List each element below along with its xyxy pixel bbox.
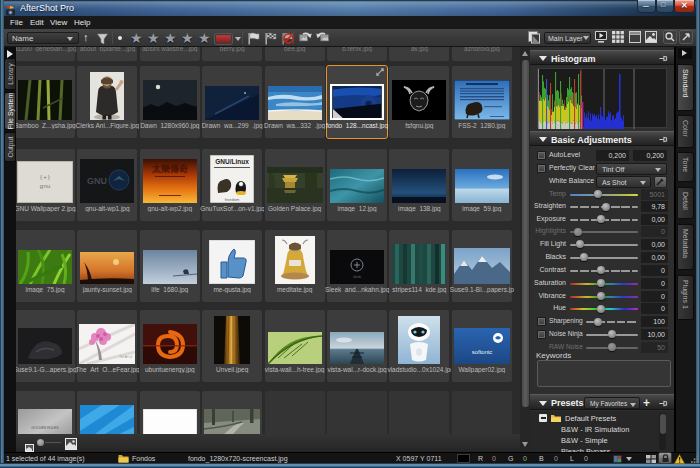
svg-text:The Art of: The Art of: [119, 355, 132, 359]
svg-text:sleek: sleek: [353, 275, 361, 279]
svg-text:GNU/Linux: GNU/Linux: [215, 158, 249, 165]
svg-text:GNU: GNU: [87, 176, 107, 186]
svg-text:(+): (+): [40, 174, 51, 181]
svg-text:softonic: softonic: [471, 349, 492, 355]
svg-text:GOLDEN RULES: GOLDEN RULES: [31, 426, 59, 430]
svg-text:太樂傳奇: 太樂傳奇: [151, 163, 188, 174]
svg-text:gnu: gnu: [40, 183, 51, 190]
svg-text:freedom: freedom: [225, 197, 240, 202]
